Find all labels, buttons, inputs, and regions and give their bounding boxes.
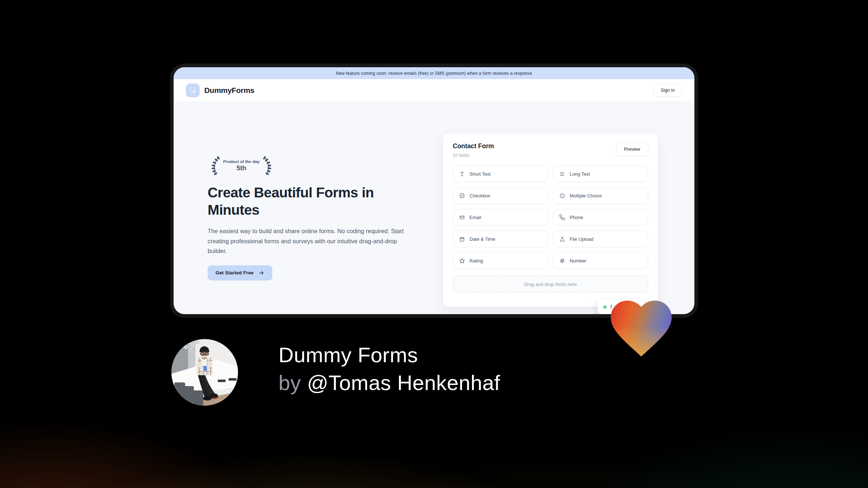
- avatar: [171, 339, 238, 406]
- field-type-rating[interactable]: Rating: [453, 252, 548, 269]
- field-count: 10 fields: [453, 153, 494, 158]
- field-type-label: Checkbox: [469, 193, 490, 198]
- field-type-multiple-choice[interactable]: Multiple Choice: [553, 187, 648, 204]
- field-type-label: Email: [469, 215, 481, 220]
- field-type-email[interactable]: Email: [453, 209, 548, 226]
- dashed-select-cursor-icon: [188, 86, 197, 95]
- caption-byline: by @Tomas Henkenhaf: [278, 369, 500, 397]
- field-type-label: Multiple Choice: [570, 193, 602, 198]
- laurel-left-icon: [208, 154, 222, 177]
- card-heading: Contact Form 10 fields: [453, 142, 494, 158]
- multiple-choice-icon: [559, 193, 565, 199]
- logo: [186, 84, 200, 97]
- hero-copy: Product of the day 5th: [208, 154, 421, 281]
- field-type-label: Short Text: [469, 171, 490, 177]
- field-type-list: Short Text Long Text Checkbox: [453, 166, 648, 269]
- short-text-icon: [459, 171, 465, 177]
- image-caption: Dummy Forms by @Tomas Henkenhaf: [278, 341, 500, 397]
- long-text-icon: [559, 171, 565, 177]
- byline-prefix: by: [278, 371, 307, 394]
- field-type-phone[interactable]: Phone: [553, 209, 648, 226]
- date-time-icon: [459, 236, 465, 242]
- site-header: DummyForms Sign In: [174, 79, 694, 102]
- form-builder-card: Contact Form 10 fields Preview Short Tex…: [443, 133, 658, 307]
- laurel-right-icon: [261, 154, 275, 177]
- field-type-label: Phone: [570, 215, 583, 220]
- file-upload-icon: [559, 236, 565, 242]
- award-text: Product of the day 5th: [223, 159, 260, 172]
- gradient-heart-logo: [605, 293, 678, 360]
- preview-button[interactable]: Preview: [616, 142, 648, 156]
- field-type-long-text[interactable]: Long Text: [553, 166, 648, 182]
- caption-title: Dummy Forms: [278, 341, 500, 369]
- field-type-date-time[interactable]: Date & Time: [453, 231, 548, 247]
- hero-section: Product of the day 5th: [174, 102, 694, 314]
- announcement-text: New feature coming soon: receive emails …: [336, 71, 532, 76]
- author-handle: @Tomas Henkenhaf: [307, 371, 500, 394]
- hero-description: The easiest way to build and share onlin…: [208, 226, 415, 256]
- drag-drop-label: Drag and drop fields here: [524, 282, 577, 287]
- checkbox-icon: [459, 193, 465, 199]
- field-type-short-text[interactable]: Short Text: [453, 166, 548, 182]
- get-started-label: Get Started Free: [216, 270, 254, 275]
- field-type-label: Date & Time: [469, 236, 495, 242]
- brand-name: DummyForms: [204, 86, 254, 95]
- get-started-button[interactable]: Get Started Free: [208, 265, 272, 281]
- arrow-right-icon: [259, 270, 264, 276]
- field-type-label: Long Text: [570, 171, 590, 177]
- number-icon: [559, 258, 565, 264]
- drag-drop-zone[interactable]: Drag and drop fields here: [453, 275, 648, 293]
- field-type-number[interactable]: Number: [553, 252, 648, 269]
- field-type-label: Rating: [469, 258, 483, 264]
- phone-icon: [559, 214, 565, 221]
- form-title: Contact Form: [453, 142, 494, 150]
- field-type-label: File Upload: [570, 236, 593, 242]
- award-title: Product of the day: [223, 159, 260, 164]
- page-title: Create Beautiful Forms in Minutes: [208, 184, 405, 219]
- award-rank: 5th: [223, 164, 260, 172]
- field-type-label: Number: [570, 258, 586, 264]
- email-icon: [459, 214, 465, 221]
- field-type-file-upload[interactable]: File Upload: [553, 231, 648, 247]
- sign-in-button[interactable]: Sign In: [654, 84, 682, 97]
- browser-window: New feature coming soon: receive emails …: [174, 67, 694, 314]
- announcement-banner: New feature coming soon: receive emails …: [174, 67, 694, 79]
- product-of-the-day-badge: Product of the day 5th: [208, 154, 262, 177]
- field-type-checkbox[interactable]: Checkbox: [453, 187, 548, 204]
- rating-icon: [459, 258, 465, 264]
